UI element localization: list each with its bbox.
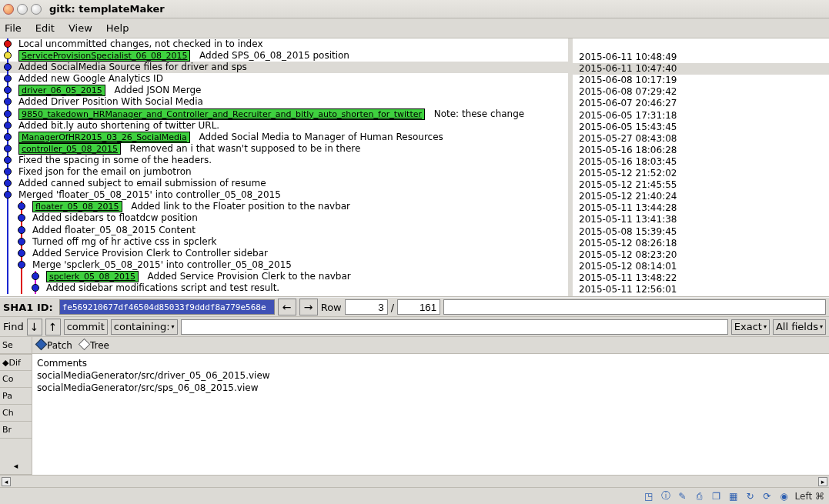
commit-row[interactable]: Added Service Provision Clerk to Control… [0,248,568,259]
commit-dates-pane[interactable]: 2015-06-11 10:48:492015-06-11 10:47:4020… [568,38,829,296]
branch-tag[interactable]: ServiceProvisionSpecialist_06_08_2015 [18,50,190,62]
commit-row[interactable]: Added Driver Position With Social Media [0,96,568,108]
find-prev-button[interactable]: ↑ [45,319,61,335]
strip-tab[interactable]: Pa [0,388,32,405]
commit-graph-pane[interactable]: Local uncommitted changes, not checked i… [0,38,568,296]
list-item[interactable]: socialMediaGenerator/src/driver_05_06_20… [37,369,824,382]
graph-cell [2,212,32,224]
graph-cell [2,271,46,282]
commit-date: 2015-05-16 18:03:45 [573,156,829,168]
commit-row[interactable]: Merge 'spclerk_05_08_2015' into controll… [0,259,568,271]
commit-row[interactable]: Added new Google Analytics ID [0,73,568,85]
commit-row[interactable]: controller_05_08_2015 Removed an i that … [0,143,568,155]
patch-radio[interactable]: Patch [37,340,72,351]
commit-row[interactable]: spclerk_05_08_2015 Added Service Provisi… [0,271,568,282]
commit-node-icon [18,261,25,269]
tray-icon[interactable]: ⎙ [694,490,706,502]
branch-tag[interactable]: floater_05_08_2015 [32,201,122,212]
branch-tag[interactable]: driver_06_05_2015 [18,85,105,96]
commit-date: 2015-05-12 21:52:02 [573,168,829,179]
find-match-dropdown[interactable]: Exact▾ [731,319,770,335]
commit-row[interactable]: floater_05_08_2015 Added link to the Flo… [0,201,568,212]
find-rule-dropdown[interactable]: containing:▾ [111,319,178,335]
menu-edit[interactable]: Edit [35,22,55,34]
commit-row[interactable]: 9850_takedown_HRManager_and_Controller_a… [0,108,568,120]
tray-icon[interactable]: ↻ [744,490,757,502]
branch-tag[interactable]: controller_05_08_2015 [18,143,121,155]
scroll-left-icon[interactable]: ◂ [2,477,11,486]
tray-icon[interactable]: ✎ [677,490,689,502]
list-item[interactable]: socialMediaGenerator/src/sps_06_08_2015.… [37,382,824,394]
scroll-right-icon[interactable]: ▸ [818,477,827,486]
tray-icon[interactable]: ❐ [710,490,723,502]
commit-date: 2015-05-11 13:44:28 [573,202,829,214]
strip-tab[interactable]: Ch [0,405,32,422]
diff-tab[interactable]: ◆ Dif [0,354,32,371]
commit-message: Merged 'floater_05_08_2015' into control… [18,189,281,200]
tray-icon[interactable]: ⓘ [660,490,672,502]
menu-file[interactable]: File [5,22,22,34]
commit-row[interactable]: driver_06_05_2015 Added JSON Merge [0,85,568,96]
search-tab[interactable]: Se [0,337,32,354]
graph-cell [2,166,18,178]
menu-view[interactable]: View [69,22,92,34]
commit-node-icon [4,168,12,175]
commit-row[interactable]: Added bit.ly auto shortening of twitter … [0,120,568,132]
commit-row[interactable]: Merged 'floater_05_08_2015' into control… [0,189,568,201]
maximize-icon[interactable] [31,4,42,15]
commit-row[interactable]: Fixed json for the email on jumbotron [0,166,568,178]
nav-back-button[interactable]: ← [278,299,296,315]
minimize-icon[interactable] [17,4,28,15]
branch-tag[interactable]: 9850_takedown_HRManager_and_Controller_a… [18,108,425,120]
nav-forward-button[interactable]: → [299,299,318,315]
commit-row[interactable]: Added floater_05_08_2015 Content [0,225,568,236]
commit-row[interactable]: Fixed the spacing in some of the headers… [0,155,568,166]
sha-input[interactable] [59,299,275,315]
commit-date: 2015-06-08 10:17:19 [573,75,829,86]
commit-message: Added Social Media to Manager of Human R… [199,132,443,142]
row-current-input[interactable] [345,299,388,315]
sha-aux-input[interactable] [443,299,826,315]
file-list[interactable]: Comments socialMediaGenerator/src/driver… [32,354,829,475]
commit-row[interactable]: ManagerOfHR2015_03_26_SocialMedia Added … [0,132,568,143]
find-scope-dropdown[interactable]: All fields▾ [773,319,826,335]
graph-cell [2,282,46,294]
tray-icon[interactable]: ▦ [727,490,740,502]
commit-node-icon [18,238,25,245]
graph-cell [2,96,18,108]
chevron-down-icon: ▾ [172,323,175,330]
commit-node-icon [4,156,12,164]
row-label: Row [321,302,342,313]
commit-row[interactable]: Added sidebar modifications script and t… [0,282,568,294]
lower-pane: Se ◆ Dif Co Pa Ch Br ◂ Patch Tree Commen… [0,337,829,475]
commit-row[interactable]: Turned off mg of hr active css in spcler… [0,236,568,248]
commit-row[interactable]: Added sidebars to floatdcw position [0,212,568,224]
find-mode-dropdown[interactable]: commit [64,319,108,335]
graph-cell [2,50,18,62]
horizontal-scrollbar[interactable]: ◂ ▸ [0,475,829,487]
menu-help[interactable]: Help [106,22,129,34]
close-icon[interactable] [3,4,14,15]
commit-row[interactable]: Added SocialMedia Source files for drive… [0,62,568,73]
commit-message: Added SPS_06_08_2015 position [199,50,349,61]
tree-radio[interactable]: Tree [80,340,109,351]
commit-row[interactable]: ServiceProvisionSpecialist_06_08_2015 Ad… [0,50,568,62]
find-next-button[interactable]: ↓ [27,319,42,335]
strip-tab[interactable]: Br [0,422,32,439]
scroll-left-icon[interactable]: ◂ [0,458,32,475]
commit-date: 2015-06-07 20:46:27 [573,98,829,109]
tray-icon[interactable]: ◉ [778,490,791,502]
commit-row[interactable]: Added canned subject to email submission… [0,178,568,189]
branch-tag[interactable]: spclerk_05_08_2015 [46,271,139,282]
commit-row[interactable]: Local uncommitted changes, not checked i… [0,38,568,50]
commit-node-icon [4,145,12,152]
commit-node-icon [18,226,25,234]
graph-cell [2,108,18,120]
commit-date: 2015-05-12 21:45:55 [573,179,829,191]
commit-message: Note: these change [434,108,525,119]
tray-icon[interactable]: ⟳ [761,490,774,502]
branch-tag[interactable]: ManagerOfHR2015_03_26_SocialMedia [18,132,190,143]
tray-icon[interactable]: ◳ [643,490,655,502]
strip-tab[interactable]: Co [0,371,32,388]
find-input[interactable] [181,319,728,335]
